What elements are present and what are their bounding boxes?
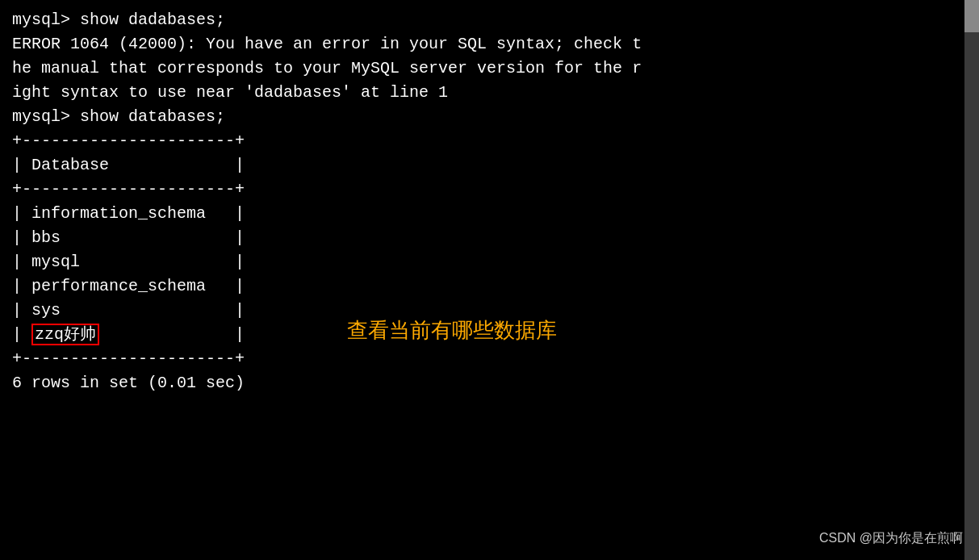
- terminal-line-row4: | performance_schema |: [12, 274, 967, 299]
- scrollbar-thumb[interactable]: [964, 0, 979, 32]
- terminal-line-err2: he manual that corresponds to your MySQL…: [12, 56, 967, 81]
- highlight-zzq: zzq好帅: [31, 324, 99, 345]
- terminal-line-row2: | bbs |: [12, 226, 967, 250]
- terminal-line-header: | Database |: [12, 153, 967, 178]
- csdn-watermark: CSDN @因为你是在煎啊: [819, 529, 963, 548]
- annotation-text: 查看当前有哪些数据库: [347, 315, 557, 346]
- terminal-line-sep2: +----------------------+: [12, 178, 967, 202]
- terminal-line-cmd2: mysql> show databases;: [12, 105, 967, 129]
- terminal-line-sep3: +----------------------+: [12, 347, 967, 371]
- terminal-line-result: 6 rows in set (0.01 sec): [12, 371, 967, 395]
- terminal-line-err3: ight syntax to use near 'dadabases' at l…: [12, 81, 967, 105]
- scrollbar[interactable]: ▲: [964, 0, 979, 560]
- terminal-line-row3: | mysql |: [12, 250, 967, 274]
- terminal-line-cmd1: mysql> show dadabases;: [12, 8, 967, 32]
- terminal-line-row1: | information_schema |: [12, 202, 967, 226]
- terminal-line-sep1: +----------------------+: [12, 129, 967, 153]
- terminal: mysql> show dadabases; ERROR 1064 (42000…: [0, 0, 979, 560]
- terminal-line-err1: ERROR 1064 (42000): You have an error in…: [12, 32, 967, 56]
